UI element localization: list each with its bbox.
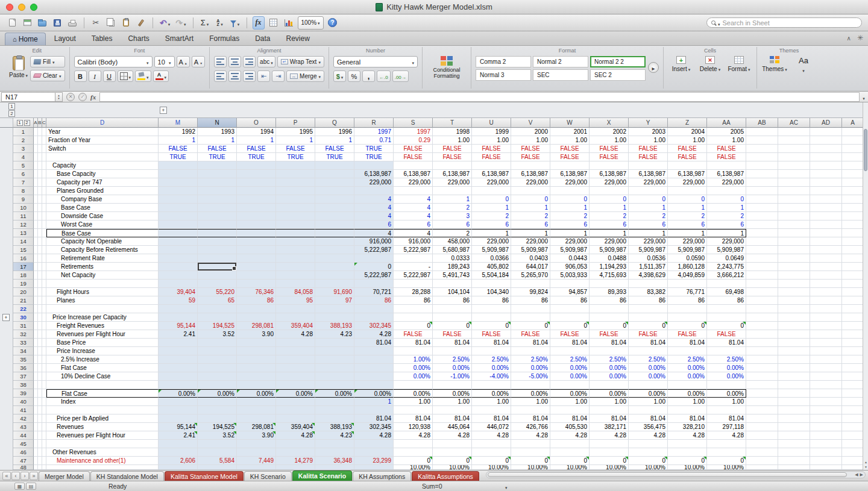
cell-C38[interactable] <box>42 381 46 389</box>
cell-S9[interactable]: 4 <box>394 195 433 204</box>
cell-P2[interactable]: 1 <box>276 136 315 145</box>
cell-U19[interactable] <box>472 280 511 288</box>
cell-D4[interactable] <box>46 153 159 161</box>
cell-W40[interactable]: 1.00 <box>550 398 590 406</box>
cell-M19[interactable] <box>159 280 198 288</box>
cell-O22[interactable] <box>237 305 276 313</box>
align-bottom-button[interactable] <box>243 56 256 67</box>
cell-C13[interactable] <box>42 229 46 237</box>
align-left-button[interactable] <box>214 70 227 82</box>
cell-Y33[interactable]: 81.04 <box>629 339 668 347</box>
cell-AB-1[interactable] <box>746 128 778 136</box>
cell-Z17[interactable]: 1,860,128 <box>668 263 707 271</box>
cancel-entry-button[interactable] <box>66 93 75 101</box>
cell-Z48[interactable]: 10.00% <box>668 465 707 470</box>
cell-B4[interactable] <box>38 153 42 161</box>
cell-V14[interactable]: 229,000 <box>511 237 550 246</box>
search-field[interactable]: Search in Sheet <box>706 17 862 28</box>
cell-A-45[interactable] <box>842 440 864 448</box>
cell-Z5[interactable] <box>668 161 707 170</box>
column-header-N[interactable]: N <box>198 118 237 128</box>
cell-AC-36[interactable] <box>778 364 810 372</box>
cell-AD-22[interactable] <box>810 305 842 313</box>
cell-AD-6[interactable] <box>810 170 842 178</box>
cell-X11[interactable]: 2 <box>590 212 629 220</box>
cell-A20[interactable] <box>34 288 38 296</box>
chart-button[interactable] <box>283 16 295 30</box>
cell-Q37[interactable] <box>315 372 354 381</box>
cell-N6[interactable] <box>198 170 237 178</box>
cell-Y16[interactable]: 0.0536 <box>629 254 668 263</box>
cell-AC-12[interactable] <box>778 220 810 229</box>
cell-V12[interactable]: 6 <box>511 220 550 229</box>
cell-Z34[interactable] <box>668 347 707 355</box>
cell-O44[interactable]: 3.90 <box>237 431 276 440</box>
cell-D17[interactable]: Retirements <box>46 263 159 271</box>
cell-S12[interactable]: 6 <box>394 220 433 229</box>
cell-N48[interactable] <box>198 465 237 470</box>
cell-M11[interactable] <box>159 212 198 220</box>
row-header-42[interactable]: 42 <box>13 414 34 423</box>
cell-AD-2[interactable] <box>810 136 842 145</box>
cell-D7[interactable]: Capacity per 747 <box>46 178 159 187</box>
cell-O17[interactable] <box>237 263 276 271</box>
cell-S8[interactable] <box>394 187 433 195</box>
cell-D32[interactable]: Revenues per Flight Hour <box>46 330 159 339</box>
cell-AC-33[interactable] <box>778 339 810 347</box>
cell-Y1[interactable]: 2003 <box>629 128 668 136</box>
shrink-font-button[interactable]: A <box>192 56 205 67</box>
cell-A-16[interactable] <box>842 254 864 263</box>
cell-D5[interactable]: Capacity <box>46 161 159 170</box>
cell-S48[interactable]: 10.00% <box>394 465 433 470</box>
cell-Z6[interactable]: 6,138,987 <box>668 170 707 178</box>
cell-T32[interactable]: FALSE <box>433 330 472 339</box>
cell-N4[interactable]: TRUE <box>198 153 237 161</box>
cell-AA21[interactable]: 86 <box>707 296 746 305</box>
cell-AB-9[interactable] <box>746 195 778 204</box>
cell-A2[interactable] <box>34 136 38 145</box>
cell-AB-36[interactable] <box>746 364 778 372</box>
cell-M6[interactable] <box>159 170 198 178</box>
cell-R9[interactable]: 4 <box>354 195 394 204</box>
cell-Q41[interactable] <box>315 406 354 414</box>
cell-C20[interactable] <box>42 288 46 296</box>
cell-N30[interactable] <box>198 313 237 322</box>
cell-R31[interactable]: 302,345 <box>354 322 394 330</box>
cell-AD-8[interactable] <box>810 187 842 195</box>
cell-AC-37[interactable] <box>778 372 810 381</box>
cell-A-44[interactable] <box>842 431 864 440</box>
cell-V34[interactable] <box>511 347 550 355</box>
cell-B32[interactable] <box>38 330 42 339</box>
merge-button[interactable]: Merge <box>286 70 324 82</box>
cell-Z30[interactable] <box>668 313 707 322</box>
cell-W45[interactable] <box>550 440 590 448</box>
cell-T9[interactable]: 1 <box>433 195 472 204</box>
cell-T11[interactable]: 3 <box>433 212 472 220</box>
cell-X44[interactable]: 4.28 <box>590 431 629 440</box>
ribbon-tab-tables[interactable]: Tables <box>84 33 120 45</box>
cell-Q40[interactable] <box>315 398 354 406</box>
cell-M46[interactable] <box>159 448 198 457</box>
cell-Z41[interactable] <box>668 406 707 414</box>
cell-C21[interactable] <box>42 296 46 305</box>
cell-S47[interactable]: 0 <box>394 457 433 465</box>
cell-X10[interactable]: 1 <box>590 204 629 212</box>
cell-Z10[interactable]: 1 <box>668 204 707 212</box>
cell-A22[interactable] <box>34 305 38 313</box>
cell-W32[interactable]: FALSE <box>550 330 590 339</box>
row-header-2[interactable]: 2 <box>13 136 34 145</box>
cell-N45[interactable] <box>198 440 237 448</box>
cell-B42[interactable] <box>38 414 42 423</box>
row-header-31[interactable]: 31 <box>13 322 34 330</box>
cell-W34[interactable] <box>550 347 590 355</box>
cell-M47[interactable]: 2,606 <box>159 457 198 465</box>
ribbon-tab-formulas[interactable]: Formulas <box>202 33 247 45</box>
cell-M16[interactable] <box>159 254 198 263</box>
cell-R1[interactable]: 1997 <box>354 128 394 136</box>
cell-O12[interactable] <box>237 220 276 229</box>
new-workbook-button[interactable] <box>6 16 18 30</box>
cell-C14[interactable] <box>42 237 46 246</box>
cell-Y5[interactable] <box>629 161 668 170</box>
cell-AB-30[interactable] <box>746 313 778 322</box>
cell-Z1[interactable]: 2004 <box>668 128 707 136</box>
